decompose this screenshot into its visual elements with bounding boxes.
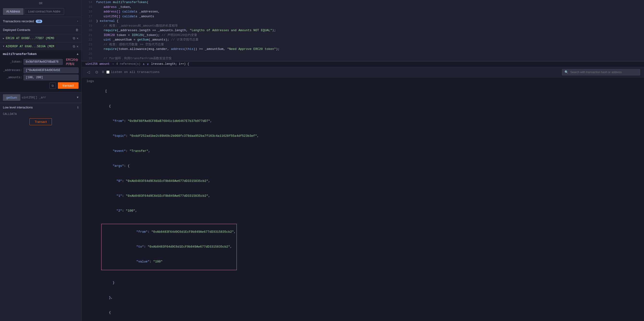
code-line-20: 20 require(_addresses.length == _amounts… xyxy=(82,28,644,33)
trash-icon[interactable]: 🗑 xyxy=(76,28,78,32)
left-panel: OR At Address Load contract from Addre T… xyxy=(0,0,82,321)
listen-label: listen on all transactions xyxy=(111,70,160,74)
chevron-right-icon: › xyxy=(76,19,78,23)
ref-type-label: uint256 amount xyxy=(86,62,110,66)
code-content-26: // for循环，利用transferFrom函数发送空投 xyxy=(96,56,640,61)
line-num-26: 26 xyxy=(86,56,92,61)
reference-bar: uint256 amount → 4 reference(s) ∧ ∨ lres… xyxy=(82,61,644,67)
code-content-24: require(token.allowance(msg.sender, addr… xyxy=(96,47,640,51)
code-line-24: 24 require(token.allowance(msg.sender, a… xyxy=(82,47,644,51)
code-content-19: // 检查: _addresses和_amounts数组的长度相等 xyxy=(96,23,640,28)
load-contract-button[interactable]: Load contract from Addre xyxy=(24,8,64,15)
contract-close-erc20[interactable]: ✕ xyxy=(76,36,78,40)
transactions-recorded-label: Transactions recorded xyxy=(3,19,34,23)
code-line-17: 17 uint256[] calldata _amounts xyxy=(82,14,644,19)
method-chevron-up-icon[interactable]: ▲ xyxy=(76,52,78,56)
contract-copy-erc20[interactable]: ⧉ xyxy=(73,36,75,40)
code-line-22: 22 uint _amountSum = getSum(_amounts); /… xyxy=(82,37,644,42)
ref-arrow-icon[interactable]: → xyxy=(112,62,114,66)
line-num-21: 21 xyxy=(86,33,92,38)
contract-close-airdrop[interactable]: ✕ xyxy=(76,44,78,48)
param-input-token[interactable] xyxy=(24,59,63,65)
contract-chevron-erc20: ▶ xyxy=(3,37,4,40)
param-label-token: _token: xyxy=(3,60,22,64)
code-content-22: uint _amountSum = getSum(_amounts); // 计… xyxy=(96,37,640,42)
line-num-23: 23 xyxy=(86,42,92,47)
code-line-19: 19 // 检查: _addresses和_amounts数组的长度相等 xyxy=(82,23,644,28)
ref-chevron-down-icon[interactable]: ∨ xyxy=(147,62,149,66)
code-line-26: 26 // for循环，利用transferFrom函数发送空投 xyxy=(82,56,644,61)
erc20-annotation: ERC20合约地址 xyxy=(66,58,78,66)
code-content-23: // 检查: 授权代币数量 >= 空投代币总量 xyxy=(96,42,640,47)
at-address-button[interactable]: At Address xyxy=(3,8,24,15)
code-line-21: 21 IERC20 token = IERC20(_token); // 声明I… xyxy=(82,33,644,38)
code-content-25 xyxy=(96,51,640,56)
code-line-18: 18 ) external { xyxy=(82,19,644,23)
code-line-15: 15 address _token, xyxy=(82,5,644,9)
low-level-header: Low level interactions ℹ xyxy=(0,103,82,112)
code-content-15: address _token, xyxy=(96,5,640,9)
logs-area: logs [ { "from": "0x9bF88fAe8CF8BaB76041… xyxy=(82,77,644,321)
low-level-label: Low level interactions xyxy=(3,106,33,109)
search-input[interactable] xyxy=(570,70,638,74)
transactions-count-badge: 15 xyxy=(36,20,42,23)
address-buttons: At Address Load contract from Addre xyxy=(0,7,82,17)
deployed-contracts-label: Deployed Contracts xyxy=(3,28,30,32)
code-editor: 14 function multiTransferToken( 15 addre… xyxy=(82,0,644,61)
logs-label: logs xyxy=(86,79,639,83)
code-content-20: require(_addresses.length == _amounts.le… xyxy=(96,28,640,33)
code-line-23: 23 // 检查: 授权代币数量 >= 空投代币总量 xyxy=(82,42,644,47)
getsum-chevron-icon[interactable]: ▼ xyxy=(76,96,78,99)
code-line-25: 25 xyxy=(82,51,644,56)
code-content-18: ) external { xyxy=(96,19,640,23)
ref-code-snippet: lresses.length; i++) { xyxy=(151,62,189,66)
contract-header-erc20[interactable]: ▶ ERC20 AT 0X9BF...77DD7 (MEMO ⧉ ✕ xyxy=(0,34,82,42)
method-section-multitransfer: multiTransferToken ▲ _token: ERC20合约地址 _… xyxy=(0,50,82,92)
json-content: [ { "from": "0x9bF88fAe8CF8BaB76041c1db6… xyxy=(86,84,639,321)
ref-chevron-up-icon[interactable]: ∧ xyxy=(143,62,144,66)
tx-refresh-button[interactable]: ⊙ xyxy=(94,69,100,75)
code-line-14: 14 function multiTransferToken( xyxy=(82,0,644,5)
getsum-button[interactable]: getSum xyxy=(3,94,20,101)
param-row-addresses: _addresses: xyxy=(3,67,78,73)
param-row-token: _token: ERC20合约地址 xyxy=(3,58,78,66)
param-input-amounts[interactable] xyxy=(24,75,78,80)
low-level-info-icon[interactable]: ℹ xyxy=(77,106,78,109)
tx-toolbar: ◁ ⊙ 0 listen on all transactions 🔍 xyxy=(82,67,644,77)
search-bar: 🔍 xyxy=(562,69,640,75)
param-label-amounts: _amounts: xyxy=(3,76,22,79)
tx-back-button[interactable]: ◁ xyxy=(86,69,91,75)
param-label-addresses: _addresses: xyxy=(3,69,22,72)
line-num-24: 24 xyxy=(86,47,92,51)
or-divider: OR xyxy=(0,0,82,7)
code-content-21: IERC20 token = IERC20(_token); // 声明IERC… xyxy=(96,33,640,38)
listen-checkbox[interactable]: listen on all transactions xyxy=(106,70,160,74)
transactions-recorded-row[interactable]: Transactions recorded 15 › xyxy=(0,17,82,26)
line-num-17: 17 xyxy=(86,14,92,19)
line-num-15: 15 xyxy=(86,5,92,9)
code-content-14: function multiTransferToken( xyxy=(96,0,640,5)
getsum-param-label: uint256[] _arr xyxy=(22,96,75,99)
line-num-19: 19 xyxy=(86,23,92,28)
code-content-17: uint256[] calldata _amounts xyxy=(96,14,640,19)
contract-copy-airdrop[interactable]: ⧉ xyxy=(73,45,75,48)
line-num-16: 16 xyxy=(86,9,92,14)
listen-checkbox-input[interactable] xyxy=(106,70,110,74)
getsum-row: getSum uint256[] _arr ▼ xyxy=(0,92,82,103)
contract-chevron-airdrop: ▼ xyxy=(3,45,4,48)
line-num-22: 22 xyxy=(86,37,92,42)
contract-name-erc20: ERC20 AT 0X9BF...77DD7 (MEMO xyxy=(6,37,71,40)
method-header-multitransfer: multiTransferToken ▲ xyxy=(3,52,78,56)
line-num-25: 25 xyxy=(86,51,92,56)
code-content-16: address[] calldata _addresses, xyxy=(96,9,640,14)
contract-header-airdrop[interactable]: ▼ AIRDROP AT 0XA8...5B10A (MEM ⧉ ✕ xyxy=(0,42,82,50)
line-num-14: 14 xyxy=(86,0,92,5)
transact-ll-button[interactable]: Transact xyxy=(30,118,52,125)
method-name-multitransfer: multiTransferToken xyxy=(3,52,76,56)
contract-item-airdrop: ▼ AIRDROP AT 0XA8...5B10A (MEM ⧉ ✕ multi… xyxy=(0,42,82,103)
contract-name-airdrop: AIRDROP AT 0XA8...5B10A (MEM xyxy=(6,45,71,48)
transact-button[interactable]: transact xyxy=(58,82,78,89)
copy-small-button[interactable]: ⧉ xyxy=(50,82,56,89)
line-num-20: 20 xyxy=(86,28,92,33)
param-input-addresses[interactable] xyxy=(24,67,78,73)
